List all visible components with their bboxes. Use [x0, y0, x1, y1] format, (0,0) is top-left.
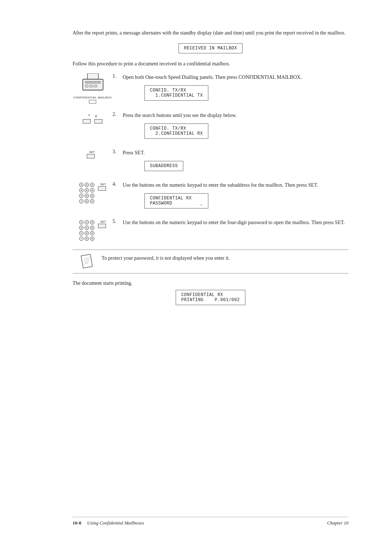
step-3-row: SET 3. Press SET. SUBADDRESS — [73, 149, 348, 173]
step-1-icon: CONFIDENTIAL MAILBOX — [73, 73, 113, 104]
key-8: 8 — [85, 194, 89, 198]
key5-6: 6 — [90, 226, 94, 230]
key-0: 0 — [85, 199, 89, 203]
received-mailbox-display: RECEIVED IN MAILBOX — [73, 43, 348, 53]
follow-paragraph: Follow this procedure to print a documen… — [73, 60, 348, 68]
key5-7: 7 — [79, 231, 83, 235]
key5-5: 5 — [85, 226, 89, 230]
key-7: 7 — [79, 194, 83, 198]
step-2-description: Press the search buttons until you see t… — [123, 112, 348, 119]
key-star: * — [79, 199, 83, 203]
key-1: 1 — [79, 183, 83, 187]
footer-chapter-label: Chapter 10 — [327, 520, 348, 526]
set-label-4: SET — [100, 183, 106, 186]
key5-2: 2 — [85, 220, 89, 224]
keypad-5: 1 2 3 4 5 6 7 8 9 * 0 # — [79, 220, 95, 242]
key5-8: 8 — [85, 231, 89, 235]
key5-star: * — [79, 236, 83, 241]
svg-rect-7 — [90, 85, 93, 87]
step-4-display-line1: CONFIDENTIAL RX — [150, 196, 203, 201]
step-1-description: Open both One-touch Speed Dialling panel… — [123, 73, 348, 81]
footer-chapter-title: Using Confidential Mailboxes — [87, 520, 144, 526]
step-1-text: 1. Open both One-touch Speed Dialling pa… — [113, 73, 348, 103]
caret-down-icon: v — [95, 114, 97, 118]
step-4-icon: 1 2 3 4 5 6 7 8 9 * 0 # — [73, 181, 113, 204]
fax-label: CONFIDENTIAL MAILBOX — [73, 96, 112, 99]
key5-1: 1 — [79, 220, 83, 224]
fax-small-box — [89, 100, 96, 104]
set-button-3[interactable] — [87, 154, 95, 158]
svg-rect-9 — [81, 254, 93, 268]
key5-9: 9 — [90, 231, 94, 235]
step-5-description: Use the buttons on the numeric keypad to… — [123, 219, 348, 226]
set-button-5[interactable] — [98, 224, 106, 228]
step-3-number: 3. — [113, 149, 123, 173]
keypad-4: 1 2 3 4 5 6 7 8 9 * 0 # — [79, 183, 95, 204]
step-1-row: CONFIDENTIAL MAILBOX 1. Open both One-to… — [73, 73, 348, 104]
key-hash: # — [90, 199, 94, 203]
final-display-line1: CONFIDENTIAL RX — [181, 292, 240, 297]
set-label-5: SET — [100, 220, 106, 223]
received-mailbox-box: RECEIVED IN MAILBOX — [179, 43, 242, 53]
svg-rect-4 — [83, 79, 103, 90]
step-5-row: 1 2 3 4 5 6 7 8 9 * 0 # — [73, 219, 348, 242]
step-4-description: Use the buttons on the numeric keypad to… — [123, 181, 348, 189]
step-4-display-line2: PASSWORD _ — [150, 201, 203, 206]
step-1-number: 1. — [113, 73, 123, 103]
key5-0: 0 — [85, 236, 89, 241]
step-2-row: ^ v 2. Press the search buttons until — [73, 112, 348, 141]
step-3-text: 3. Press SET. SUBADDRESS — [113, 149, 348, 173]
step-2-display-line2: 2.CONFIDENTIAL RX — [150, 131, 203, 136]
step-3-description: Press SET. — [123, 149, 348, 157]
final-text: The document starts printing. — [73, 279, 348, 287]
step-4-display: CONFIDENTIAL RX PASSWORD _ — [144, 193, 208, 208]
caret-up-icon: ^ — [88, 114, 90, 118]
key-2: 2 — [85, 183, 89, 187]
step-2-display: CONFID. TX/RX 2.CONFIDENTIAL RX — [144, 123, 208, 139]
note-row: To protect your password, it is not disp… — [73, 250, 348, 274]
step-2-text: 2. Press the search buttons until you se… — [113, 112, 348, 141]
step-2-display-line1: CONFID. TX/RX — [150, 126, 203, 131]
step-3-display-line1: SUBADDRESS — [150, 163, 178, 169]
step-3-icon: SET — [73, 149, 113, 158]
fax-machine-icon — [81, 73, 105, 94]
page: After the report prints, a message alter… — [0, 0, 392, 555]
key-9: 9 — [90, 194, 94, 198]
note-icon — [79, 254, 95, 270]
set-button-4[interactable] — [98, 186, 106, 191]
note-icon-col — [73, 254, 102, 270]
step-2-icon: ^ v — [73, 112, 113, 123]
step-5-number: 5. — [113, 219, 123, 228]
step-1-display-line1: CONFID. TX/RX — [150, 88, 203, 93]
key5-3: 3 — [90, 220, 94, 224]
step-1-display: CONFID. TX/RX 1.CONFIDENTIAL TX — [144, 85, 208, 101]
final-display: CONFIDENTIAL RX PRINTING P.001/002 — [176, 290, 245, 305]
step-4-number: 4. — [113, 181, 123, 211]
svg-rect-5 — [85, 81, 101, 83]
svg-rect-8 — [94, 85, 97, 87]
note-text: To protect your password, it is not disp… — [102, 254, 348, 262]
set-label-3: SET — [89, 150, 95, 154]
step-2-number: 2. — [113, 112, 123, 141]
step-3-display: SUBADDRESS — [144, 161, 183, 171]
key-4: 4 — [79, 188, 83, 193]
step-1-display-line2: 1.CONFIDENTIAL TX — [150, 93, 203, 98]
steps-area: CONFIDENTIAL MAILBOX 1. Open both One-to… — [73, 73, 348, 242]
step-4-row: 1 2 3 4 5 6 7 8 9 * 0 # — [73, 181, 348, 211]
footer: 10-8 Using Confidential Mailboxes Chapte… — [73, 517, 348, 526]
step-4-text: 4. Use the buttons on the numeric keypad… — [113, 181, 348, 211]
search-button-right[interactable] — [94, 119, 102, 123]
final-display-wrapper: CONFIDENTIAL RX PRINTING P.001/002 — [73, 290, 348, 305]
key5-hash: # — [90, 236, 94, 241]
step-5-icon: 1 2 3 4 5 6 7 8 9 * 0 # — [73, 219, 113, 242]
search-button-left[interactable] — [83, 119, 91, 123]
final-display-line2: PRINTING P.001/002 — [181, 297, 240, 303]
footer-page-ref: 10-8 — [73, 520, 81, 526]
main-content: After the report prints, a message alter… — [73, 29, 348, 517]
footer-left: 10-8 Using Confidential Mailboxes — [73, 520, 144, 526]
key-5: 5 — [85, 188, 89, 193]
key-6: 6 — [90, 188, 94, 193]
intro-paragraph: After the report prints, a message alter… — [73, 29, 348, 37]
step-5-text: 5. Use the buttons on the numeric keypad… — [113, 219, 348, 228]
svg-rect-6 — [85, 85, 88, 87]
